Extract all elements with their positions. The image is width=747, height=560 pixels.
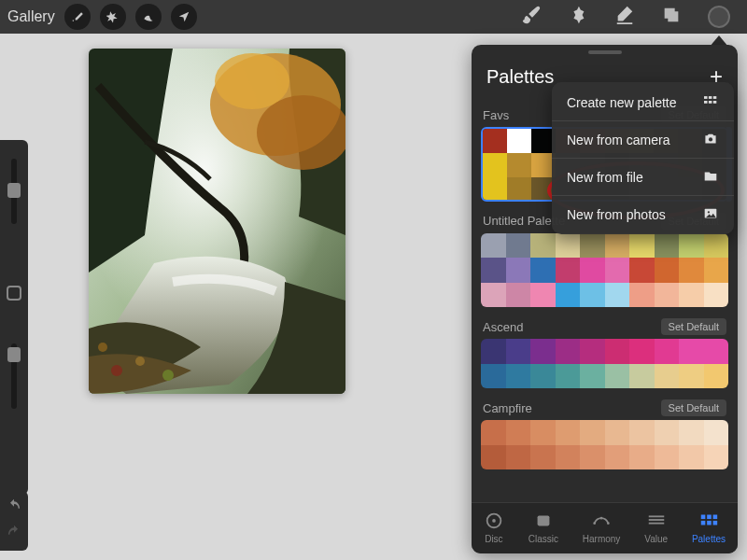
swatch[interactable] bbox=[556, 258, 581, 283]
swatch[interactable] bbox=[481, 258, 506, 283]
opacity-slider[interactable] bbox=[11, 343, 17, 409]
swatch[interactable] bbox=[483, 153, 507, 177]
selection-icon[interactable] bbox=[135, 4, 162, 30]
swatch[interactable] bbox=[704, 364, 729, 389]
swatch[interactable] bbox=[556, 364, 581, 389]
swatch[interactable] bbox=[580, 283, 605, 308]
actions-icon[interactable] bbox=[64, 4, 91, 30]
swatch[interactable] bbox=[530, 445, 556, 470]
swatch[interactable] bbox=[629, 364, 655, 389]
swatch[interactable] bbox=[655, 258, 680, 283]
swatch[interactable] bbox=[679, 445, 704, 470]
brush-size-slider[interactable] bbox=[11, 159, 17, 224]
adjustments-icon[interactable] bbox=[100, 4, 126, 30]
swatch[interactable] bbox=[679, 283, 704, 308]
swatch[interactable] bbox=[556, 339, 581, 364]
swatch[interactable] bbox=[506, 420, 531, 445]
swatch[interactable] bbox=[506, 364, 531, 389]
swatch[interactable] bbox=[580, 339, 605, 364]
palette-name[interactable]: Favs bbox=[483, 108, 509, 122]
tab-value[interactable]: Value bbox=[644, 511, 668, 544]
transform-icon[interactable] bbox=[171, 4, 197, 30]
swatch[interactable] bbox=[629, 233, 655, 259]
swatch[interactable] bbox=[605, 258, 630, 283]
menu-new-photos[interactable]: New from photos bbox=[552, 196, 734, 232]
swatch[interactable] bbox=[704, 445, 729, 470]
swatch[interactable] bbox=[655, 420, 680, 445]
swatch[interactable] bbox=[481, 283, 506, 308]
tab-disc[interactable]: Disc bbox=[484, 511, 504, 544]
swatch[interactable] bbox=[704, 339, 729, 364]
swatch[interactable] bbox=[481, 420, 506, 445]
canvas-document[interactable] bbox=[89, 49, 345, 394]
swatch[interactable] bbox=[530, 420, 556, 445]
tab-classic[interactable]: Classic bbox=[529, 511, 558, 544]
layers-icon[interactable] bbox=[661, 5, 682, 29]
swatch[interactable] bbox=[580, 364, 605, 389]
swatch[interactable] bbox=[483, 177, 507, 201]
swatch[interactable] bbox=[481, 445, 506, 470]
swatch[interactable] bbox=[580, 420, 605, 445]
swatch[interactable] bbox=[704, 233, 729, 259]
swatch[interactable] bbox=[506, 445, 531, 470]
swatch[interactable] bbox=[530, 233, 556, 259]
color-indicator[interactable] bbox=[708, 6, 730, 28]
gallery-link[interactable]: Gallery bbox=[7, 8, 55, 25]
redo-icon[interactable] bbox=[7, 525, 21, 543]
menu-new-camera[interactable]: New from camera bbox=[552, 121, 734, 159]
swatch[interactable] bbox=[629, 420, 655, 445]
tab-harmony[interactable]: Harmony bbox=[583, 511, 621, 544]
brush-icon[interactable] bbox=[521, 5, 542, 29]
swatch[interactable] bbox=[655, 283, 680, 308]
swatch[interactable] bbox=[605, 233, 630, 259]
swatch[interactable] bbox=[679, 420, 704, 445]
swatch[interactable] bbox=[506, 283, 531, 308]
swatch[interactable] bbox=[629, 258, 655, 283]
swatch[interactable] bbox=[704, 258, 729, 283]
swatch[interactable] bbox=[580, 233, 605, 259]
set-default-button[interactable]: Set Default bbox=[661, 318, 726, 335]
swatch[interactable] bbox=[507, 153, 531, 177]
swatch[interactable] bbox=[704, 420, 729, 445]
smudge-icon[interactable] bbox=[568, 5, 588, 29]
swatch[interactable] bbox=[507, 129, 531, 153]
swatch[interactable] bbox=[605, 339, 630, 364]
undo-icon[interactable] bbox=[7, 498, 21, 517]
swatch[interactable] bbox=[679, 339, 704, 364]
swatch[interactable] bbox=[655, 364, 680, 389]
swatch[interactable] bbox=[481, 339, 506, 364]
swatch[interactable] bbox=[679, 233, 704, 259]
modify-button[interactable] bbox=[7, 286, 21, 301]
menu-new-palette[interactable]: Create new palette bbox=[552, 84, 734, 121]
swatch[interactable] bbox=[530, 283, 556, 308]
eraser-icon[interactable] bbox=[614, 5, 635, 29]
swatch[interactable] bbox=[580, 445, 605, 470]
swatch[interactable] bbox=[483, 129, 507, 153]
set-default-button[interactable]: Set Default bbox=[661, 399, 726, 416]
swatch[interactable] bbox=[530, 339, 556, 364]
tab-palettes[interactable]: Palettes bbox=[692, 511, 726, 544]
swatch[interactable] bbox=[556, 420, 581, 445]
swatch[interactable] bbox=[481, 364, 506, 389]
swatch[interactable] bbox=[556, 445, 581, 470]
menu-new-file[interactable]: New from file bbox=[552, 159, 734, 196]
swatch[interactable] bbox=[605, 420, 630, 445]
swatch[interactable] bbox=[481, 233, 506, 259]
swatch[interactable] bbox=[556, 283, 581, 308]
swatch[interactable] bbox=[605, 364, 630, 389]
swatch[interactable] bbox=[679, 364, 704, 389]
swatch[interactable] bbox=[655, 233, 680, 259]
swatch[interactable] bbox=[704, 283, 729, 308]
palette-name[interactable]: Campfire bbox=[483, 401, 532, 415]
swatch[interactable] bbox=[506, 258, 531, 283]
swatch[interactable] bbox=[605, 445, 630, 470]
swatch[interactable] bbox=[679, 258, 704, 283]
swatch[interactable] bbox=[629, 283, 655, 308]
swatch[interactable] bbox=[556, 233, 581, 259]
swatch[interactable] bbox=[629, 339, 655, 364]
palette-name[interactable]: Ascend bbox=[483, 320, 523, 334]
swatch[interactable] bbox=[655, 445, 680, 470]
swatch[interactable] bbox=[655, 339, 680, 364]
swatch[interactable] bbox=[605, 283, 630, 308]
swatch[interactable] bbox=[530, 258, 556, 283]
